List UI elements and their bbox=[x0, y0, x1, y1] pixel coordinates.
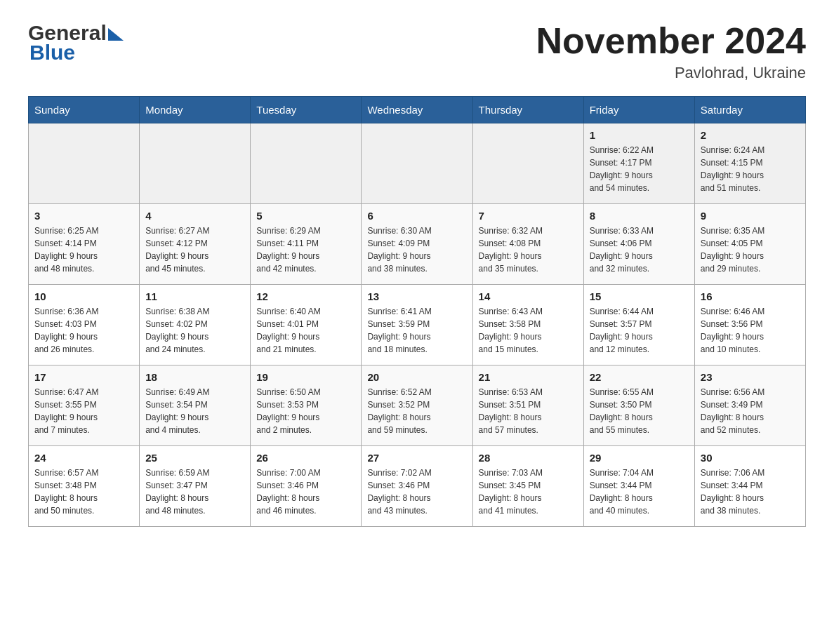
calendar-cell: 11Sunrise: 6:38 AM Sunset: 4:02 PM Dayli… bbox=[140, 285, 251, 365]
day-number: 22 bbox=[590, 371, 689, 383]
weekday-header-wednesday: Wednesday bbox=[362, 97, 472, 123]
logo-arrow-icon bbox=[108, 28, 124, 41]
calendar-cell: 1Sunrise: 6:22 AM Sunset: 4:17 PM Daylig… bbox=[583, 123, 694, 204]
calendar-cell: 8Sunrise: 6:33 AM Sunset: 4:06 PM Daylig… bbox=[583, 204, 694, 285]
page-header: General Blue November 2024 Pavlohrad, Uk… bbox=[28, 21, 806, 82]
weekday-header-friday: Friday bbox=[583, 97, 694, 123]
calendar-cell bbox=[472, 123, 583, 204]
calendar-cell: 14Sunrise: 6:43 AM Sunset: 3:58 PM Dayli… bbox=[472, 285, 583, 365]
day-info: Sunrise: 6:50 AM Sunset: 3:53 PM Dayligh… bbox=[256, 386, 355, 436]
calendar-cell: 27Sunrise: 7:02 AM Sunset: 3:46 PM Dayli… bbox=[362, 446, 472, 527]
calendar-week-3: 10Sunrise: 6:36 AM Sunset: 4:03 PM Dayli… bbox=[29, 285, 806, 365]
calendar-cell: 23Sunrise: 6:56 AM Sunset: 3:49 PM Dayli… bbox=[694, 365, 805, 446]
day-info: Sunrise: 6:22 AM Sunset: 4:17 PM Dayligh… bbox=[590, 144, 689, 194]
day-number: 14 bbox=[479, 290, 578, 302]
calendar-cell: 6Sunrise: 6:30 AM Sunset: 4:09 PM Daylig… bbox=[362, 204, 472, 285]
day-number: 24 bbox=[34, 452, 133, 464]
calendar-cell: 25Sunrise: 6:59 AM Sunset: 3:47 PM Dayli… bbox=[140, 446, 251, 527]
day-info: Sunrise: 6:53 AM Sunset: 3:51 PM Dayligh… bbox=[479, 386, 578, 436]
calendar-cell: 3Sunrise: 6:25 AM Sunset: 4:14 PM Daylig… bbox=[29, 204, 140, 285]
day-number: 7 bbox=[479, 210, 578, 222]
day-number: 26 bbox=[256, 452, 355, 464]
weekday-header-tuesday: Tuesday bbox=[251, 97, 362, 123]
day-number: 29 bbox=[590, 452, 689, 464]
day-number: 19 bbox=[256, 371, 355, 383]
day-number: 25 bbox=[145, 452, 244, 464]
calendar-title: November 2024 bbox=[536, 21, 806, 61]
day-number: 11 bbox=[145, 290, 244, 302]
day-info: Sunrise: 6:57 AM Sunset: 3:48 PM Dayligh… bbox=[34, 467, 133, 517]
day-info: Sunrise: 6:47 AM Sunset: 3:55 PM Dayligh… bbox=[34, 386, 133, 436]
day-info: Sunrise: 7:02 AM Sunset: 3:46 PM Dayligh… bbox=[367, 467, 466, 517]
logo: General Blue bbox=[28, 21, 124, 65]
weekday-header-monday: Monday bbox=[140, 97, 251, 123]
day-number: 13 bbox=[367, 290, 466, 302]
calendar-cell: 12Sunrise: 6:40 AM Sunset: 4:01 PM Dayli… bbox=[251, 285, 362, 365]
calendar-cell: 19Sunrise: 6:50 AM Sunset: 3:53 PM Dayli… bbox=[251, 365, 362, 446]
calendar-week-1: 1Sunrise: 6:22 AM Sunset: 4:17 PM Daylig… bbox=[29, 123, 806, 204]
day-info: Sunrise: 6:25 AM Sunset: 4:14 PM Dayligh… bbox=[34, 224, 133, 275]
day-info: Sunrise: 6:27 AM Sunset: 4:12 PM Dayligh… bbox=[145, 224, 244, 275]
day-info: Sunrise: 6:33 AM Sunset: 4:06 PM Dayligh… bbox=[590, 224, 689, 275]
day-number: 3 bbox=[34, 210, 133, 222]
calendar-cell: 17Sunrise: 6:47 AM Sunset: 3:55 PM Dayli… bbox=[29, 365, 140, 446]
day-number: 6 bbox=[367, 210, 466, 222]
calendar-cell bbox=[29, 123, 140, 204]
title-block: November 2024 Pavlohrad, Ukraine bbox=[536, 21, 806, 82]
day-info: Sunrise: 6:52 AM Sunset: 3:52 PM Dayligh… bbox=[367, 386, 466, 436]
calendar-week-2: 3Sunrise: 6:25 AM Sunset: 4:14 PM Daylig… bbox=[29, 204, 806, 285]
calendar-cell: 26Sunrise: 7:00 AM Sunset: 3:46 PM Dayli… bbox=[251, 446, 362, 527]
calendar-cell: 5Sunrise: 6:29 AM Sunset: 4:11 PM Daylig… bbox=[251, 204, 362, 285]
day-number: 2 bbox=[701, 129, 800, 141]
calendar-cell: 20Sunrise: 6:52 AM Sunset: 3:52 PM Dayli… bbox=[362, 365, 472, 446]
calendar-cell: 30Sunrise: 7:06 AM Sunset: 3:44 PM Dayli… bbox=[694, 446, 805, 527]
day-number: 18 bbox=[145, 371, 244, 383]
calendar-cell: 29Sunrise: 7:04 AM Sunset: 3:44 PM Dayli… bbox=[583, 446, 694, 527]
day-number: 27 bbox=[367, 452, 466, 464]
calendar-week-4: 17Sunrise: 6:47 AM Sunset: 3:55 PM Dayli… bbox=[29, 365, 806, 446]
day-info: Sunrise: 7:03 AM Sunset: 3:45 PM Dayligh… bbox=[479, 467, 578, 517]
day-info: Sunrise: 6:41 AM Sunset: 3:59 PM Dayligh… bbox=[367, 305, 466, 356]
day-number: 21 bbox=[479, 371, 578, 383]
day-info: Sunrise: 7:00 AM Sunset: 3:46 PM Dayligh… bbox=[256, 467, 355, 517]
day-info: Sunrise: 6:32 AM Sunset: 4:08 PM Dayligh… bbox=[479, 224, 578, 275]
day-info: Sunrise: 6:35 AM Sunset: 4:05 PM Dayligh… bbox=[701, 224, 800, 275]
day-info: Sunrise: 6:38 AM Sunset: 4:02 PM Dayligh… bbox=[145, 305, 244, 356]
day-info: Sunrise: 6:55 AM Sunset: 3:50 PM Dayligh… bbox=[590, 386, 689, 436]
calendar-cell: 10Sunrise: 6:36 AM Sunset: 4:03 PM Dayli… bbox=[29, 285, 140, 365]
day-info: Sunrise: 6:29 AM Sunset: 4:11 PM Dayligh… bbox=[256, 224, 355, 275]
day-info: Sunrise: 7:04 AM Sunset: 3:44 PM Dayligh… bbox=[590, 467, 689, 517]
calendar-cell: 21Sunrise: 6:53 AM Sunset: 3:51 PM Dayli… bbox=[472, 365, 583, 446]
calendar-cell bbox=[140, 123, 251, 204]
day-info: Sunrise: 6:36 AM Sunset: 4:03 PM Dayligh… bbox=[34, 305, 133, 356]
calendar-subtitle: Pavlohrad, Ukraine bbox=[536, 64, 806, 82]
day-info: Sunrise: 6:59 AM Sunset: 3:47 PM Dayligh… bbox=[145, 467, 244, 517]
weekday-header-saturday: Saturday bbox=[694, 97, 805, 123]
calendar-week-5: 24Sunrise: 6:57 AM Sunset: 3:48 PM Dayli… bbox=[29, 446, 806, 527]
calendar-cell: 22Sunrise: 6:55 AM Sunset: 3:50 PM Dayli… bbox=[583, 365, 694, 446]
calendar-table: SundayMondayTuesdayWednesdayThursdayFrid… bbox=[28, 96, 806, 527]
calendar-cell: 4Sunrise: 6:27 AM Sunset: 4:12 PM Daylig… bbox=[140, 204, 251, 285]
day-number: 10 bbox=[34, 290, 133, 302]
day-number: 12 bbox=[256, 290, 355, 302]
calendar-cell: 13Sunrise: 6:41 AM Sunset: 3:59 PM Dayli… bbox=[362, 285, 472, 365]
day-number: 1 bbox=[590, 129, 689, 141]
calendar-header: SundayMondayTuesdayWednesdayThursdayFrid… bbox=[29, 97, 806, 123]
day-info: Sunrise: 6:46 AM Sunset: 3:56 PM Dayligh… bbox=[701, 305, 800, 356]
day-info: Sunrise: 6:30 AM Sunset: 4:09 PM Dayligh… bbox=[367, 224, 466, 275]
day-number: 8 bbox=[590, 210, 689, 222]
day-number: 15 bbox=[590, 290, 689, 302]
calendar-cell bbox=[251, 123, 362, 204]
day-info: Sunrise: 6:24 AM Sunset: 4:15 PM Dayligh… bbox=[701, 144, 800, 194]
calendar-cell bbox=[362, 123, 472, 204]
calendar-cell: 7Sunrise: 6:32 AM Sunset: 4:08 PM Daylig… bbox=[472, 204, 583, 285]
calendar-cell: 15Sunrise: 6:44 AM Sunset: 3:57 PM Dayli… bbox=[583, 285, 694, 365]
calendar-cell: 18Sunrise: 6:49 AM Sunset: 3:54 PM Dayli… bbox=[140, 365, 251, 446]
weekday-header-row: SundayMondayTuesdayWednesdayThursdayFrid… bbox=[29, 97, 806, 123]
calendar-cell: 2Sunrise: 6:24 AM Sunset: 4:15 PM Daylig… bbox=[694, 123, 805, 204]
day-info: Sunrise: 6:43 AM Sunset: 3:58 PM Dayligh… bbox=[479, 305, 578, 356]
day-info: Sunrise: 7:06 AM Sunset: 3:44 PM Dayligh… bbox=[701, 467, 800, 517]
day-number: 9 bbox=[701, 210, 800, 222]
weekday-header-thursday: Thursday bbox=[472, 97, 583, 123]
logo-blue-text: Blue bbox=[28, 41, 124, 65]
